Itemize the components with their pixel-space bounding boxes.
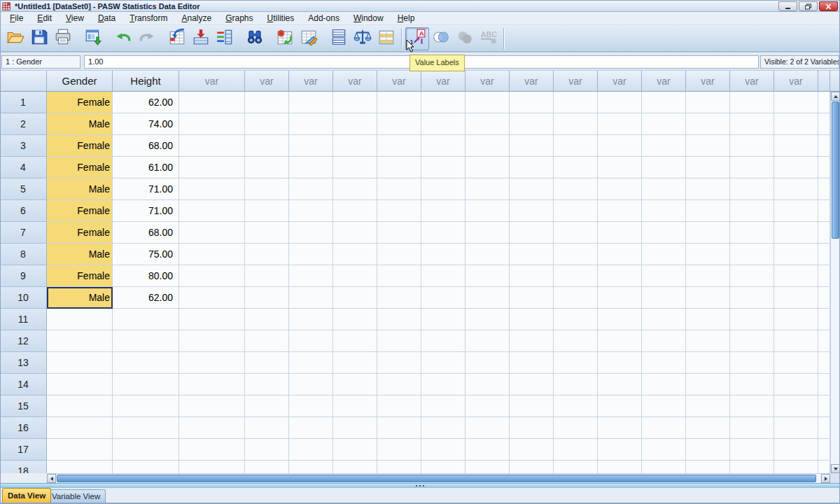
cell-r15-c17[interactable] (818, 396, 830, 417)
cell-r2-c15[interactable] (730, 113, 774, 135)
show-all-variables-button[interactable] (453, 27, 477, 50)
cell-r7-c14[interactable] (686, 222, 730, 244)
column-header-var[interactable]: var (465, 71, 510, 92)
cell-r1-c11[interactable] (554, 92, 598, 113)
cell-r18-c13[interactable] (642, 461, 686, 473)
cell-r12-c4[interactable] (245, 330, 289, 352)
cell-r14-c1[interactable] (47, 374, 113, 396)
cell-r15-c13[interactable] (642, 396, 686, 417)
cell-r5-c5[interactable] (289, 178, 333, 200)
cell-r13-c9[interactable] (465, 352, 510, 374)
cell-r5-c6[interactable] (333, 178, 377, 200)
column-header-var[interactable] (818, 71, 830, 92)
cell-r5-c9[interactable] (465, 178, 510, 200)
cell-r14-c5[interactable] (289, 374, 333, 396)
cell-r17-c9[interactable] (465, 439, 510, 461)
cell-r11-c14[interactable] (686, 309, 730, 330)
cell-r13-c14[interactable] (686, 352, 730, 374)
cell-r11-c2[interactable] (113, 309, 179, 330)
cell-r1-c2[interactable]: 62.00 (113, 92, 179, 113)
cell-r8-c6[interactable] (333, 244, 377, 265)
row-header-14[interactable]: 14 (0, 374, 47, 396)
cell-r1-c3[interactable] (179, 92, 245, 113)
cell-r18-c4[interactable] (245, 461, 289, 473)
cell-r7-c12[interactable] (598, 222, 642, 244)
row-header-16[interactable]: 16 (0, 417, 47, 439)
cell-r2-c3[interactable] (179, 113, 245, 135)
cell-r8-c9[interactable] (465, 244, 510, 265)
cell-r15-c3[interactable] (179, 396, 245, 417)
cell-r15-c1[interactable] (47, 396, 113, 417)
column-header-var[interactable]: var (642, 71, 686, 92)
cell-r18-c5[interactable] (289, 461, 333, 473)
cell-r17-c12[interactable] (598, 439, 642, 461)
cell-r16-c13[interactable] (642, 417, 686, 439)
cell-r7-c4[interactable] (245, 222, 289, 244)
cell-r18-c10[interactable] (510, 461, 554, 473)
column-header-var[interactable]: var (377, 71, 421, 92)
cell-r3-c3[interactable] (179, 135, 245, 157)
cell-r10-c4[interactable] (245, 287, 289, 309)
cell-r2-c8[interactable] (421, 113, 465, 135)
cell-r16-c16[interactable] (774, 417, 818, 439)
cell-r18-c17[interactable] (818, 461, 830, 473)
cell-r2-c1[interactable]: Male (47, 113, 113, 135)
cell-r8-c4[interactable] (245, 244, 289, 265)
cell-r11-c13[interactable] (642, 309, 686, 330)
row-header-7[interactable]: 7 (0, 222, 47, 244)
cell-r12-c10[interactable] (510, 330, 554, 352)
insert-variable-button[interactable] (213, 27, 237, 50)
cell-r10-c8[interactable] (421, 287, 465, 309)
column-header-var[interactable]: var (289, 71, 333, 92)
cell-r14-c10[interactable] (510, 374, 554, 396)
menu-file[interactable]: File (3, 13, 30, 24)
cell-r5-c13[interactable] (642, 178, 686, 200)
cell-r3-c16[interactable] (774, 135, 818, 157)
cell-r3-c8[interactable] (421, 135, 465, 157)
column-header-height[interactable]: Height (113, 71, 179, 92)
cell-r4-c17[interactable] (818, 157, 830, 178)
cell-r14-c17[interactable] (818, 374, 830, 396)
cell-r3-c17[interactable] (818, 135, 830, 157)
cell-r9-c11[interactable] (554, 265, 598, 287)
cell-r11-c3[interactable] (179, 309, 245, 330)
find-button[interactable] (243, 27, 267, 50)
cell-r7-c6[interactable] (333, 222, 377, 244)
cell-r15-c10[interactable] (510, 396, 554, 417)
menu-graphs[interactable]: Graphs (218, 13, 260, 24)
cell-r13-c12[interactable] (598, 352, 642, 374)
cell-r12-c14[interactable] (686, 330, 730, 352)
cell-r1-c9[interactable] (465, 92, 510, 113)
cell-r9-c15[interactable] (730, 265, 774, 287)
cell-r1-c7[interactable] (377, 92, 421, 113)
cell-r10-c15[interactable] (730, 287, 774, 309)
cell-r12-c17[interactable] (818, 330, 830, 352)
cell-r17-c8[interactable] (421, 439, 465, 461)
cell-r4-c5[interactable] (289, 157, 333, 178)
column-header-var[interactable]: var (179, 71, 245, 92)
row-header-15[interactable]: 15 (0, 396, 47, 417)
horizontal-scroll-thumb[interactable] (57, 475, 816, 482)
cell-r18-c7[interactable] (377, 461, 421, 473)
cell-r4-c6[interactable] (333, 157, 377, 178)
row-header-10[interactable]: 10 (0, 287, 47, 309)
cell-r17-c6[interactable] (333, 439, 377, 461)
cell-r1-c8[interactable] (421, 92, 465, 113)
cell-r17-c4[interactable] (245, 439, 289, 461)
cell-r8-c2[interactable]: 75.00 (113, 244, 179, 265)
cell-r3-c6[interactable] (333, 135, 377, 157)
cell-r12-c5[interactable] (289, 330, 333, 352)
cell-r15-c7[interactable] (377, 396, 421, 417)
menu-utilities[interactable]: Utilities (260, 13, 302, 24)
cell-r2-c6[interactable] (333, 113, 377, 135)
row-header-17[interactable]: 17 (0, 439, 47, 461)
cell-r8-c13[interactable] (642, 244, 686, 265)
cell-r3-c11[interactable] (554, 135, 598, 157)
cell-r8-c3[interactable] (179, 244, 245, 265)
goto-case-button[interactable] (165, 27, 189, 50)
cell-r12-c8[interactable] (421, 330, 465, 352)
cell-r1-c12[interactable] (598, 92, 642, 113)
cell-r17-c17[interactable] (818, 439, 830, 461)
row-header-12[interactable]: 12 (0, 330, 47, 352)
row-header-13[interactable]: 13 (0, 352, 47, 374)
